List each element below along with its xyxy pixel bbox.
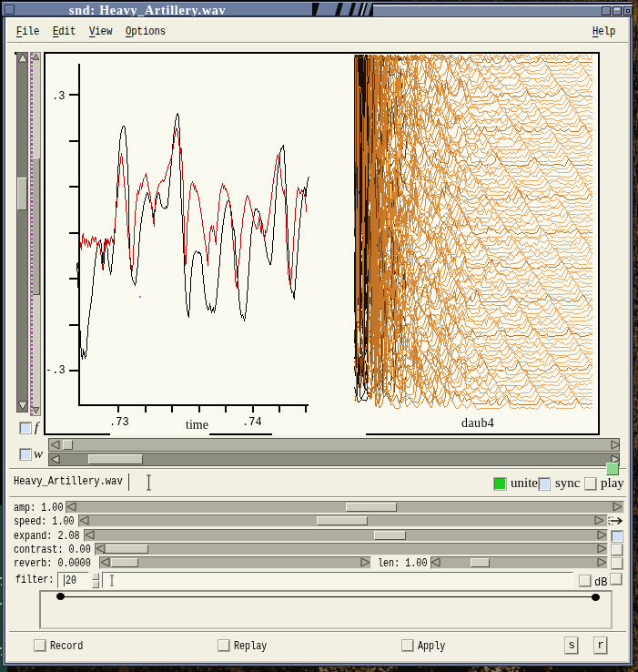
replay-label: Replay	[234, 640, 267, 653]
replay-checkbox[interactable]	[218, 640, 229, 651]
iconify-button[interactable]	[602, 6, 611, 15]
menu-file[interactable]: File	[16, 25, 39, 38]
zoom-x-right-arrow[interactable]	[610, 440, 621, 450]
contrast-thumb[interactable]	[102, 545, 148, 554]
amp-right-arrow[interactable]	[612, 502, 623, 512]
expand-thumb[interactable]	[374, 531, 406, 540]
unite-label: unite	[511, 475, 538, 491]
stop-button[interactable]: s	[565, 637, 578, 654]
bottom-separator	[9, 631, 626, 633]
expand-toggle[interactable]	[612, 531, 623, 542]
len-right-arrow[interactable]	[596, 557, 607, 567]
reverb-len-slider[interactable]	[430, 556, 608, 569]
expand-left-arrow[interactable]	[85, 530, 96, 540]
filter-spin-up[interactable]	[92, 573, 99, 580]
menu-edit[interactable]: Edit	[53, 25, 76, 38]
show-wave-checkbox[interactable]	[20, 449, 31, 460]
speed-thumb[interactable]	[317, 516, 368, 525]
contrast-label: contrast: 0.00	[14, 544, 91, 556]
filter-order-value: 20	[66, 575, 76, 587]
reverb-toggle[interactable]	[612, 558, 623, 569]
db-checkbox[interactable]	[580, 575, 591, 586]
pane-sash[interactable]	[606, 463, 619, 475]
fft-label: f	[35, 420, 38, 435]
play-checkbox[interactable]	[585, 478, 596, 490]
zoom-x-scrollbar[interactable]	[48, 438, 620, 452]
reverb-right-arrow[interactable]	[360, 557, 370, 567]
amp-left-arrow[interactable]	[66, 502, 77, 512]
speed-left-arrow[interactable]	[79, 515, 90, 525]
expand-right-arrow[interactable]	[596, 530, 607, 540]
zoom-y-thumb[interactable]	[17, 178, 27, 210]
window-menu-button[interactable]	[5, 5, 15, 15]
contrast-slider[interactable]	[95, 543, 608, 555]
scroll-y-thumb[interactable]	[32, 158, 40, 295]
stray-pixel	[139, 296, 141, 298]
menu-options[interactable]: Options	[126, 25, 166, 38]
zoom-y-down-arrow[interactable]	[17, 400, 28, 411]
speed-label: speed: 1.00	[14, 515, 75, 528]
db-label: dB	[594, 576, 607, 589]
zoom-x-thumb[interactable]	[63, 440, 73, 450]
filter-spin-down[interactable]	[92, 581, 99, 588]
menu-help[interactable]: Help	[592, 25, 615, 38]
graph-display[interactable]	[44, 52, 600, 435]
envelope-point-left[interactable]	[56, 593, 65, 600]
contrast-left-arrow[interactable]	[96, 544, 106, 554]
speed-style-arrow-icon[interactable]	[608, 515, 623, 526]
graph-border-segment	[44, 433, 110, 435]
titlebar[interactable]: snd: Heavy_Artillery.wav	[2, 2, 633, 17]
reverb-len-label: len: 1.00	[378, 557, 427, 570]
reverb-left-arrow[interactable]	[100, 557, 111, 567]
zoom-x-left-arrow[interactable]	[50, 440, 61, 450]
titlebar-slat-decoration	[312, 3, 373, 15]
filter-order-field[interactable]: 20	[57, 572, 89, 588]
zoom-y-up-arrow[interactable]	[17, 53, 28, 64]
filter-envelope-field[interactable]	[102, 572, 573, 588]
graph-border-segment	[366, 433, 600, 435]
amp-slider[interactable]	[66, 501, 624, 514]
titlebar-right-section	[373, 3, 633, 16]
len-left-arrow[interactable]	[430, 557, 441, 567]
reverb-thumb[interactable]	[111, 558, 138, 567]
record-label: Record	[50, 640, 83, 653]
restore-button[interactable]: r	[594, 637, 607, 654]
ibeam-cursor	[146, 474, 152, 491]
y-axis-label-top: .3	[52, 90, 65, 103]
entry-ibeam-caret	[109, 575, 114, 586]
play-label: play	[601, 475, 624, 491]
scroll-y-down-arrow[interactable]	[32, 406, 40, 414]
sound-name: Heavy_Artillery.wav	[14, 475, 123, 488]
amp-thumb[interactable]	[346, 503, 397, 512]
envelope-point-right[interactable]	[592, 594, 600, 601]
zoom-y-scrollbar[interactable]	[16, 52, 28, 412]
maximize-button[interactable]	[623, 6, 633, 15]
reverb-slider[interactable]	[99, 556, 371, 569]
control-separator	[9, 496, 626, 498]
apply-checkbox[interactable]	[402, 640, 413, 651]
scroll-y-marks	[31, 53, 33, 415]
filter-toggle[interactable]	[611, 574, 622, 585]
sync-checkbox[interactable]	[539, 478, 550, 490]
x-axis-label-74: .74	[242, 416, 262, 429]
contrast-right-arrow[interactable]	[596, 544, 607, 554]
shade-button[interactable]	[613, 6, 622, 15]
expand-slider[interactable]	[84, 529, 608, 542]
record-checkbox[interactable]	[35, 640, 46, 651]
graph-border-segment	[209, 433, 272, 435]
amp-label: amp: 1.00	[14, 502, 63, 514]
menubar: File Edit View Options Help	[7, 19, 628, 43]
speed-right-arrow[interactable]	[593, 515, 604, 525]
reverb-label: reverb: 0.0000	[14, 557, 91, 570]
scroll-x-thumb[interactable]	[88, 454, 143, 464]
x-axis-title: time	[186, 418, 208, 433]
sync-label: sync	[555, 475, 581, 491]
scroll-x-left-arrow[interactable]	[50, 454, 61, 464]
menu-view[interactable]: View	[89, 25, 112, 38]
unite-checkbox[interactable]	[494, 478, 506, 490]
filter-label: filter:	[15, 574, 54, 586]
scroll-y-up-arrow[interactable]	[32, 53, 40, 61]
show-fft-checkbox[interactable]	[20, 423, 31, 433]
len-thumb[interactable]	[471, 558, 490, 567]
contrast-toggle[interactable]	[612, 545, 623, 555]
